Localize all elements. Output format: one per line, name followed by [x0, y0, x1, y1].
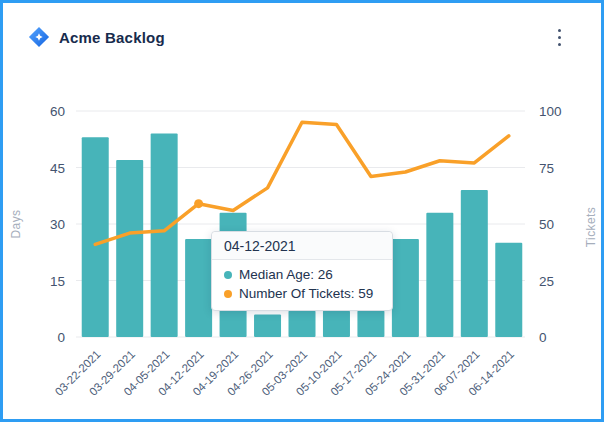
tickets-dot-icon	[224, 290, 232, 298]
tooltip-row-text: Number Of Tickets: 59	[239, 286, 373, 301]
bar-06-07-2021[interactable]	[461, 190, 488, 337]
bar-05-17-2021[interactable]	[357, 311, 384, 337]
chart-tooltip: 04-12-2021 Median Age: 26 Number Of Tick…	[211, 231, 393, 311]
bar-03-29-2021[interactable]	[116, 160, 143, 337]
right-axis-tick: 100	[539, 104, 562, 119]
bar-06-14-2021[interactable]	[495, 243, 522, 337]
right-axis-tick: 75	[539, 161, 554, 176]
tooltip-date: 04-12-2021	[212, 232, 392, 260]
right-axis-tick: 25	[539, 274, 554, 289]
bar-05-10-2021[interactable]	[323, 311, 350, 337]
bar-04-12-2021[interactable]	[185, 239, 212, 337]
left-axis-title: Days	[9, 210, 23, 239]
right-axis-tick: 50	[539, 217, 554, 232]
tooltip-row-text: Median Age: 26	[239, 267, 333, 282]
highlighted-point[interactable]	[194, 199, 203, 208]
bar-05-31-2021[interactable]	[426, 213, 453, 337]
tooltip-row-tickets: Number Of Tickets: 59	[224, 286, 380, 301]
card-frame: Acme Backlog 0153045600255075100DaysTick…	[0, 0, 604, 422]
right-axis-tick: 0	[539, 330, 547, 345]
tooltip-row-median-age: Median Age: 26	[224, 267, 380, 282]
left-axis-tick: 15	[50, 274, 65, 289]
left-axis-tick: 0	[57, 330, 65, 345]
left-axis-tick: 30	[50, 217, 65, 232]
bar-04-26-2021[interactable]	[254, 314, 281, 337]
right-axis-title: Tickets	[584, 207, 598, 247]
tooltip-body: Median Age: 26 Number Of Tickets: 59	[212, 260, 392, 310]
bar-05-03-2021[interactable]	[289, 311, 316, 337]
bar-03-22-2021[interactable]	[82, 137, 109, 337]
bar-05-24-2021[interactable]	[392, 239, 419, 337]
backlog-chart[interactable]: 0153045600255075100DaysTickets03-22-2021…	[3, 3, 604, 422]
median-age-dot-icon	[224, 271, 232, 279]
left-axis-tick: 45	[50, 161, 65, 176]
left-axis-tick: 60	[50, 104, 65, 119]
bar-04-05-2021[interactable]	[151, 134, 178, 337]
